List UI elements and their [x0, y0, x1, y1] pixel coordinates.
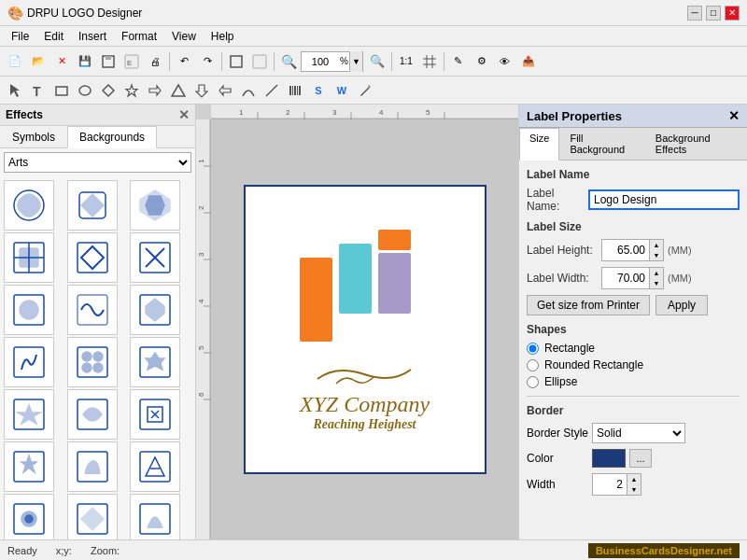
label-name-input[interactable]: [588, 189, 740, 210]
open-button[interactable]: 📂: [27, 50, 49, 73]
symbol-item[interactable]: [130, 441, 180, 492]
menu-help[interactable]: Help: [204, 28, 242, 45]
star-button[interactable]: [120, 79, 143, 102]
border-color-swatch[interactable]: [592, 449, 626, 468]
tab-symbols[interactable]: Symbols: [0, 126, 67, 147]
save-as-button[interactable]: [97, 50, 120, 73]
label-width-input[interactable]: [602, 268, 649, 288]
arrow-left-button[interactable]: [214, 79, 236, 102]
line-button[interactable]: [261, 79, 283, 102]
category-select[interactable]: Arts Animals Flowers Abstract: [4, 152, 191, 173]
shape-rounded-radio[interactable]: [527, 359, 539, 371]
zoom-control[interactable]: % ▼: [301, 51, 363, 72]
select-button[interactable]: [4, 79, 26, 102]
symbol-item[interactable]: [67, 494, 118, 539]
tab-backgrounds[interactable]: Backgrounds: [67, 126, 157, 148]
symbol-item[interactable]: [4, 285, 54, 335]
symbol-item[interactable]: [4, 441, 54, 492]
border-width-down[interactable]: ▼: [627, 484, 641, 495]
menu-edit[interactable]: Edit: [36, 28, 71, 45]
menu-insert[interactable]: Insert: [71, 28, 114, 45]
border-width-up[interactable]: ▲: [627, 474, 641, 484]
width-up-button[interactable]: ▲: [650, 268, 663, 278]
effects-close-button[interactable]: ✕: [178, 107, 190, 122]
symbol-item[interactable]: [4, 180, 54, 231]
width-down-button[interactable]: ▼: [650, 278, 663, 288]
border-color-pick-button[interactable]: ...: [629, 449, 652, 468]
tab-fill-background[interactable]: Fill Background: [559, 128, 644, 160]
triangle-button[interactable]: [167, 79, 190, 102]
actual-size-button[interactable]: 1:1: [395, 50, 417, 73]
export-button[interactable]: E: [120, 50, 143, 73]
menu-format[interactable]: Format: [114, 28, 164, 45]
label-properties-close[interactable]: ✕: [728, 108, 740, 123]
symbol-item[interactable]: [130, 285, 180, 335]
properties-button[interactable]: ⚙: [471, 50, 493, 73]
border-width-spin[interactable]: ▲ ▼: [592, 473, 641, 496]
label-name-row: Label Name:: [527, 187, 740, 213]
view-button[interactable]: 👁: [494, 50, 516, 73]
arrow-down-button[interactable]: [190, 79, 213, 102]
shape-ellipse-radio[interactable]: [527, 376, 539, 388]
tab-background-effects[interactable]: Background Effects: [645, 128, 747, 160]
zoom-input[interactable]: [302, 56, 339, 67]
save-button[interactable]: 💾: [74, 50, 96, 73]
close-button[interactable]: ✕: [725, 6, 740, 21]
grid-toggle-button[interactable]: [418, 50, 441, 73]
redo-button[interactable]: ↷: [196, 50, 218, 73]
export2-button[interactable]: 📤: [517, 50, 540, 73]
symbol-item[interactable]: [67, 285, 118, 335]
get-size-button[interactable]: Get size from Printer: [527, 295, 650, 315]
apply-button[interactable]: Apply: [655, 295, 708, 315]
pen-button[interactable]: [354, 79, 376, 102]
symbol-item[interactable]: [130, 389, 180, 440]
tab-size[interactable]: Size: [519, 128, 559, 161]
diamond-button[interactable]: [97, 79, 120, 102]
wordart-w-button[interactable]: W: [331, 79, 353, 102]
symbol-item[interactable]: [130, 337, 180, 387]
undo-button[interactable]: ↶: [173, 50, 195, 73]
symbol-item[interactable]: [67, 441, 118, 492]
menu-file[interactable]: File: [4, 28, 36, 45]
edit-mode-button[interactable]: ✎: [447, 50, 470, 73]
symbol-item[interactable]: [67, 232, 118, 283]
symbol-item[interactable]: [130, 494, 180, 539]
maximize-button[interactable]: □: [706, 6, 721, 21]
zoom-dropdown[interactable]: ▼: [349, 51, 362, 72]
symbol-item[interactable]: [130, 232, 180, 283]
label-card[interactable]: XYZ Company Reaching Heighest: [244, 185, 486, 474]
rectangle-button[interactable]: [50, 79, 73, 102]
zoom-out-button[interactable]: 🔍: [366, 50, 388, 73]
text-button[interactable]: T: [27, 79, 49, 102]
grid-button[interactable]: [248, 50, 271, 73]
symbol-item[interactable]: [67, 180, 118, 231]
arc-button[interactable]: [237, 79, 260, 102]
symbol-item[interactable]: [130, 180, 180, 231]
label-height-spin[interactable]: ▲ ▼: [601, 239, 664, 261]
symbol-item[interactable]: [4, 232, 54, 283]
label-width-spin[interactable]: ▲ ▼: [601, 267, 664, 289]
symbol-item[interactable]: [67, 389, 118, 440]
arrow-right-button[interactable]: [144, 79, 166, 102]
print-button[interactable]: 🖨: [144, 50, 166, 73]
border-width-input[interactable]: [593, 474, 627, 495]
minimize-button[interactable]: ─: [687, 6, 702, 21]
new-button[interactable]: 📄: [4, 50, 26, 73]
canvas-content[interactable]: XYZ Company Reaching Heighest: [211, 119, 518, 539]
symbol-item[interactable]: [67, 337, 118, 387]
border-style-select[interactable]: Solid Dashed Dotted None: [592, 423, 685, 443]
height-up-button[interactable]: ▲: [650, 240, 663, 250]
zoom-in-button[interactable]: 🔍: [277, 50, 300, 73]
close-file-button[interactable]: ✕: [50, 50, 73, 73]
wordart-s-button[interactable]: S: [307, 79, 330, 102]
label-height-input[interactable]: [602, 240, 649, 260]
barcode-button[interactable]: [284, 79, 306, 102]
menu-view[interactable]: View: [164, 28, 204, 45]
shape-rectangle-radio[interactable]: [527, 343, 539, 355]
height-down-button[interactable]: ▼: [650, 250, 663, 260]
ellipse-button[interactable]: [74, 79, 96, 102]
import-button[interactable]: [225, 50, 247, 73]
symbol-item[interactable]: [4, 389, 54, 440]
symbol-item[interactable]: [4, 494, 54, 539]
symbol-item[interactable]: [4, 337, 54, 387]
